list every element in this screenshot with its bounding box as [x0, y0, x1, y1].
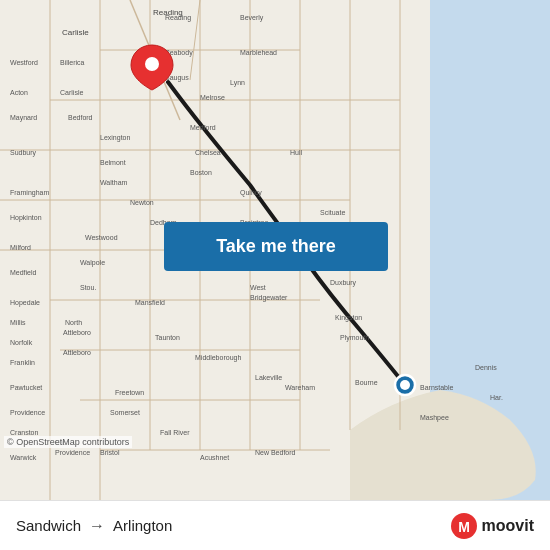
- svg-text:Providence: Providence: [55, 449, 90, 456]
- svg-text:Kingston: Kingston: [335, 314, 362, 322]
- moovit-logo: M moovit: [450, 512, 534, 540]
- svg-text:Duxbury: Duxbury: [330, 279, 357, 287]
- svg-text:Plymouth: Plymouth: [340, 334, 369, 342]
- svg-text:Wareham: Wareham: [285, 384, 315, 391]
- svg-text:Scituate: Scituate: [320, 209, 345, 216]
- svg-text:Chelsea: Chelsea: [195, 149, 221, 156]
- svg-text:M: M: [458, 519, 470, 535]
- route-info: Sandwich → Arlington: [16, 517, 172, 535]
- svg-text:Lakeville: Lakeville: [255, 374, 282, 381]
- svg-text:Waltham: Waltham: [100, 179, 128, 186]
- svg-text:Milford: Milford: [10, 244, 31, 251]
- svg-text:West: West: [250, 284, 266, 291]
- svg-text:Medfield: Medfield: [10, 269, 37, 276]
- svg-text:Dennis: Dennis: [475, 364, 497, 371]
- svg-text:Providence: Providence: [10, 409, 45, 416]
- svg-text:Newton: Newton: [130, 199, 154, 206]
- svg-text:Bristol: Bristol: [100, 449, 120, 456]
- origin-label: Sandwich: [16, 517, 81, 534]
- svg-text:Mansfield: Mansfield: [135, 299, 165, 306]
- svg-point-95: [145, 57, 159, 71]
- svg-text:Attleboro: Attleboro: [63, 329, 91, 336]
- svg-text:Warwick: Warwick: [10, 454, 37, 461]
- svg-text:Bridgewater: Bridgewater: [250, 294, 288, 302]
- svg-text:New Bedford: New Bedford: [255, 449, 296, 456]
- svg-text:Hopkinton: Hopkinton: [10, 214, 42, 222]
- svg-text:Bourne: Bourne: [355, 379, 378, 386]
- svg-text:Fall River: Fall River: [160, 429, 190, 436]
- moovit-icon: M: [450, 512, 478, 540]
- svg-text:Mashpee: Mashpee: [420, 414, 449, 422]
- svg-text:Barnstable: Barnstable: [420, 384, 454, 391]
- svg-text:Boston: Boston: [190, 169, 212, 176]
- moovit-text: moovit: [482, 517, 534, 535]
- osm-attribution: © OpenStreetMap contributors: [4, 436, 132, 448]
- svg-point-97: [400, 380, 410, 390]
- svg-text:Marblehead: Marblehead: [240, 49, 277, 56]
- svg-text:Reading: Reading: [165, 14, 191, 22]
- svg-text:Har.: Har.: [490, 394, 503, 401]
- svg-text:Cranston: Cranston: [10, 429, 39, 436]
- svg-text:Sudbury: Sudbury: [10, 149, 37, 157]
- svg-text:Westwood: Westwood: [85, 234, 118, 241]
- svg-text:Taunton: Taunton: [155, 334, 180, 341]
- svg-text:Framingham: Framingham: [10, 189, 49, 197]
- svg-text:Attleboro: Attleboro: [63, 349, 91, 356]
- take-me-there-label: Take me there: [216, 236, 336, 257]
- svg-text:Westford: Westford: [10, 59, 38, 66]
- svg-text:Billerica: Billerica: [60, 59, 85, 66]
- arrow-icon: →: [89, 517, 105, 535]
- svg-text:Somerset: Somerset: [110, 409, 140, 416]
- svg-text:Beverly: Beverly: [240, 14, 264, 22]
- svg-text:Bedford: Bedford: [68, 114, 93, 121]
- svg-text:Middleborough: Middleborough: [195, 354, 241, 362]
- svg-text:Lexington: Lexington: [100, 134, 130, 142]
- footer: Sandwich → Arlington M moovit: [0, 500, 550, 550]
- svg-text:Carlisle: Carlisle: [60, 89, 83, 96]
- svg-text:Franklin: Franklin: [10, 359, 35, 366]
- svg-text:Hopedale: Hopedale: [10, 299, 40, 307]
- svg-text:Acton: Acton: [10, 89, 28, 96]
- svg-text:Belmont: Belmont: [100, 159, 126, 166]
- svg-text:Freetown: Freetown: [115, 389, 144, 396]
- destination-label: Arlington: [113, 517, 172, 534]
- svg-text:Quincy: Quincy: [240, 189, 262, 197]
- svg-text:Stou.: Stou.: [80, 284, 96, 291]
- svg-text:Maynard: Maynard: [10, 114, 37, 122]
- svg-text:Walpole: Walpole: [80, 259, 105, 267]
- svg-text:North: North: [65, 319, 82, 326]
- svg-text:Millis: Millis: [10, 319, 26, 326]
- svg-text:Melrose: Melrose: [200, 94, 225, 101]
- svg-text:Carlisle: Carlisle: [62, 28, 89, 37]
- svg-text:Norfolk: Norfolk: [10, 339, 33, 346]
- svg-text:Acushnet: Acushnet: [200, 454, 229, 461]
- svg-text:Hull: Hull: [290, 149, 303, 156]
- take-me-there-button[interactable]: Take me there: [164, 222, 388, 271]
- map-container: Reading Carlisle Westford Billerica Read…: [0, 0, 550, 500]
- svg-text:Lynn: Lynn: [230, 79, 245, 87]
- svg-text:Medford: Medford: [190, 124, 216, 131]
- svg-text:Pawtucket: Pawtucket: [10, 384, 42, 391]
